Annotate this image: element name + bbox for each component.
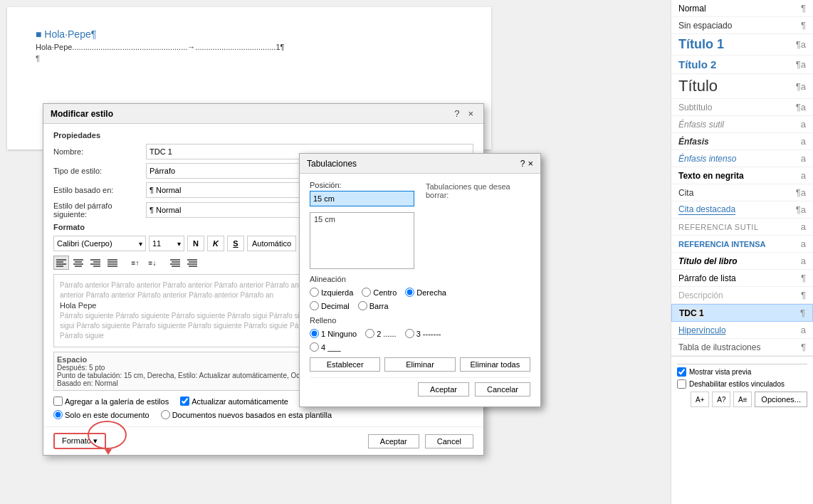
modificar-help-btn[interactable]: ? [451, 108, 462, 119]
font-combo[interactable]: Calibri (Cuerpo) [53, 236, 146, 251]
derecha-radio[interactable] [405, 288, 414, 297]
mostrar-vista-previa-label[interactable]: Mostrar vista previa [677, 367, 807, 377]
style-item-título-1[interactable]: Título 1¶a [671, 34, 813, 56]
posicion-input[interactable] [310, 191, 414, 206]
barra-radio[interactable] [358, 301, 367, 310]
styles-list: Normal¶Sin espaciado¶Título 1¶aTítulo 2¶… [671, 0, 813, 356]
actualizar-check-label[interactable]: Actualizar automáticamente [180, 397, 288, 406]
style-item-título-del-libro[interactable]: Título del libroa [671, 253, 813, 270]
tabs-help-btn[interactable]: ? [520, 158, 525, 169]
decimal-radio-label[interactable]: Decimal [310, 301, 350, 310]
agregar-check-label[interactable]: Agregar a la galería de estilos [53, 397, 169, 406]
tabs-body: Posición: 15 cm Tabulaciones que desea b… [300, 174, 540, 406]
relleno-4-radio[interactable] [310, 342, 319, 352]
position-list-item-1[interactable]: 15 cm [312, 214, 412, 224]
doc-para-mark: ¶ [36, 54, 463, 63]
color-btn[interactable]: Automático [247, 236, 296, 251]
opciones-btn[interactable]: Opciones... [755, 392, 807, 407]
doc-hola-text: ■ Hola·Pepe¶ [36, 28, 463, 40]
establecer-btn[interactable]: Establecer [310, 357, 380, 372]
alineacion-radios-2: Decimal Barra [310, 301, 530, 310]
relleno-2-label[interactable]: 2 ...... [365, 329, 397, 338]
align-right-btn[interactable] [88, 256, 103, 270]
deshabilitar-checkbox[interactable] [677, 379, 686, 389]
relleno-1-label[interactable]: 1 Ninguno [310, 329, 357, 338]
relleno-1-radio[interactable] [310, 329, 319, 338]
style-item-tabla-de-ilustraciones[interactable]: Tabla de ilustraciones¶ [671, 339, 813, 356]
align-spacing2-btn[interactable] [184, 256, 200, 270]
izquierda-radio-label[interactable]: Izquierda [310, 288, 353, 297]
style-item-párrafo-de-lista[interactable]: Párrafo de lista¶ [671, 270, 813, 287]
styles-icon-btn-1[interactable]: A+ [691, 392, 709, 407]
align-justify-btn[interactable] [105, 256, 120, 270]
position-list[interactable]: 15 cm [310, 212, 414, 269]
style-item-énfasis-sutil[interactable]: Énfasis sutila [671, 116, 813, 133]
formato-btn[interactable]: Formato ▾ [53, 433, 106, 449]
footer-right: Aceptar Cancel [368, 434, 473, 448]
bold-btn[interactable]: N [187, 236, 204, 251]
barra-radio-label[interactable]: Barra [358, 301, 389, 310]
alineacion-section: Alineación Izquierda Centro Derecha [310, 275, 530, 310]
solo-doc-radio[interactable] [53, 410, 63, 419]
style-item-énfasis[interactable]: Énfasisa [671, 133, 813, 150]
underline-btn[interactable]: S [227, 236, 244, 251]
relleno-radios-2: 4 ___ [310, 342, 530, 352]
align-spacing1-btn[interactable] [167, 256, 183, 270]
style-item-texto-en-negrita[interactable]: Texto en negritaa [671, 167, 813, 184]
relleno-4-label[interactable]: 4 ___ [310, 342, 341, 352]
style-item-referencia-sutil[interactable]: REFERENCIA SUTILa [671, 219, 813, 236]
style-item-normal[interactable]: Normal¶ [671, 0, 813, 17]
relleno-3-radio[interactable] [405, 329, 414, 338]
relleno-2-radio[interactable] [365, 329, 374, 338]
style-item-hipervínculo[interactable]: Hipervínculoa [671, 322, 813, 339]
tabs-footer: Aceptar Cancelar [310, 377, 530, 399]
style-item-énfasis-intenso[interactable]: Énfasis intensoa [671, 150, 813, 167]
relleno-radios: 1 Ninguno 2 ...... 3 ------- [310, 329, 530, 338]
align-left-btn[interactable] [53, 256, 69, 270]
mostrar-vista-previa-checkbox[interactable] [677, 367, 686, 377]
derecha-radio-label[interactable]: Derecha [405, 288, 446, 297]
styles-icon-btn-2[interactable]: A? [712, 392, 730, 407]
style-item-cita-destacada[interactable]: Cita destacada¶a [671, 201, 813, 219]
style-item-título[interactable]: Título¶a [671, 74, 813, 99]
relleno-3-label[interactable]: 3 ------- [405, 329, 441, 338]
actualizar-checkbox[interactable] [180, 397, 189, 406]
eliminar-todas-btn[interactable]: Eliminar todas [460, 357, 530, 372]
italic-btn[interactable]: K [207, 236, 224, 251]
align-indent2-btn[interactable]: ≡↓ [145, 256, 160, 270]
centro-radio[interactable] [362, 288, 371, 297]
izquierda-radio[interactable] [310, 288, 319, 297]
style-item-descripción[interactable]: Descripción¶ [671, 287, 813, 304]
tabs-cancelar-btn[interactable]: Cancelar [475, 382, 530, 397]
tabs-title-controls: ? × [520, 158, 533, 169]
size-combo[interactable]: 11 [149, 236, 184, 251]
align-center-btn[interactable] [70, 256, 86, 270]
tabulaciones-dialog: Tabulaciones ? × Posición: 15 cm Ta [299, 153, 541, 407]
style-item-tdc-1[interactable]: TDC 1¶ [671, 304, 813, 322]
style-item-sin-espaciado[interactable]: Sin espaciado¶ [671, 17, 813, 34]
decimal-radio[interactable] [310, 301, 319, 310]
modificar-footer: Formato ▾ Aceptar Cancel [43, 426, 483, 455]
styles-icon-btn-3[interactable]: A≡ [733, 392, 752, 407]
nuevos-docs-radio-label[interactable]: Documentos nuevos basados en esta planti… [161, 410, 332, 419]
style-item-cita[interactable]: Cita¶a [671, 184, 813, 201]
document-area: ■ Hola·Pepe¶ Hola·Pepe..................… [0, 0, 671, 504]
modificar-close-btn[interactable]: × [465, 108, 476, 119]
agregar-checkbox[interactable] [53, 397, 63, 406]
modificar-cancelar-btn[interactable]: Cancel [425, 434, 473, 448]
modificar-title: Modificar estilo [51, 109, 113, 119]
modificar-aceptar-btn[interactable]: Aceptar [368, 434, 419, 448]
deshabilitar-label[interactable]: Deshabilitar estilos vinculados [677, 379, 807, 389]
centro-radio-label[interactable]: Centro [362, 288, 397, 297]
alineacion-label: Alineación [310, 275, 530, 283]
style-item-referencia-intensa[interactable]: REFERENCIA INTENSAa [671, 236, 813, 253]
tabs-aceptar-btn[interactable]: Aceptar [418, 382, 469, 397]
solo-doc-radio-label[interactable]: Solo en este documento [53, 410, 150, 419]
eliminar-btn[interactable]: Eliminar [384, 357, 455, 372]
nuevos-docs-radio[interactable] [161, 410, 170, 419]
align-indent1-btn[interactable]: ≡↑ [127, 256, 143, 270]
styles-panel: Normal¶Sin espaciado¶Título 1¶aTítulo 2¶… [671, 0, 813, 504]
tabs-close-btn[interactable]: × [528, 158, 533, 169]
style-item-título-2[interactable]: Título 2¶a [671, 56, 813, 74]
style-item-subtítulo[interactable]: Subtítulo¶a [671, 99, 813, 116]
